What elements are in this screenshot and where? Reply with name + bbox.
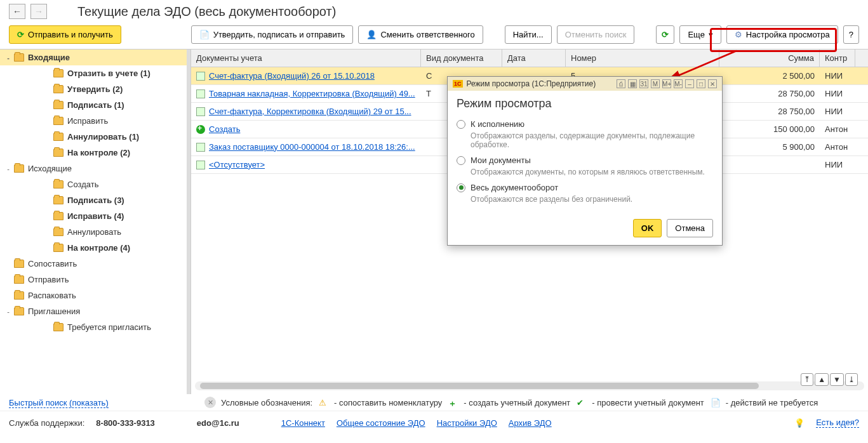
doc-link[interactable]: <Отсутствует>: [209, 160, 265, 169]
m-icon[interactable]: M: [651, 79, 660, 88]
doc-sign-icon: 📄: [199, 30, 210, 39]
calendar-icon[interactable]: 31: [639, 79, 648, 88]
col-counterparty[interactable]: Контр: [820, 50, 855, 67]
help-button[interactable]: ?: [843, 25, 859, 44]
cell: Антон: [820, 122, 855, 136]
cell: НИИ: [820, 69, 855, 83]
tree-item[interactable]: Подписать (1): [0, 97, 189, 113]
tree-item[interactable]: Исправить (4): [0, 208, 189, 224]
tree-panel[interactable]: -ВходящиеОтразить в учете (1)Утвердить (…: [0, 49, 190, 394]
tree-item[interactable]: -Входящие: [0, 50, 189, 65]
col-number[interactable]: Номер: [566, 50, 719, 67]
doc-link[interactable]: Товарная накладная, Корректировка (Входя…: [209, 89, 415, 98]
cell-doc: Создать: [191, 122, 421, 137]
link-1c-connect[interactable]: 1С-Коннект: [281, 418, 325, 428]
tree-label: Аннулировать: [67, 227, 185, 237]
nav-back[interactable]: ←: [9, 4, 25, 19]
link-edo-archive[interactable]: Архив ЭДО: [509, 418, 552, 428]
view-settings-button[interactable]: ⚙Настройка просмотра: [726, 25, 838, 44]
h-scrollbar[interactable]: [195, 381, 864, 390]
tree-item[interactable]: Исправить: [0, 113, 189, 129]
maximize-icon[interactable]: □: [697, 79, 705, 88]
approve-sign-send-button[interactable]: 📄Утвердить, подписать и отправить: [191, 25, 354, 44]
cancel-search-button[interactable]: Отменить поиск: [557, 25, 635, 44]
change-responsible-button[interactable]: 👤Сменить ответственного: [358, 25, 483, 44]
doc-link[interactable]: Заказ поставщику 0000-000004 от 18.10.20…: [209, 142, 415, 152]
nav-fwd[interactable]: →: [30, 4, 47, 19]
opt2-label: Мои документы: [471, 155, 531, 165]
option-to-execute[interactable]: К исполнению: [457, 117, 713, 131]
folder-icon: [53, 196, 63, 204]
quick-search-link[interactable]: Быстрый поиск (показать): [9, 398, 109, 408]
col-doc-type[interactable]: Вид документа: [421, 50, 502, 67]
doc-link[interactable]: Счет-фактура, Корректировка (Входящий) 2…: [209, 107, 411, 116]
option-all-docs[interactable]: Весь документооборот: [457, 180, 713, 195]
col-date[interactable]: Дата: [502, 50, 566, 67]
tree-item[interactable]: Распаковать: [0, 288, 189, 303]
cell: 150 000,00: [719, 122, 820, 136]
tree-item[interactable]: Отправить: [0, 272, 189, 288]
find-button[interactable]: Найти...: [505, 25, 552, 44]
person-icon: 👤: [366, 30, 377, 39]
print-icon[interactable]: ⎙: [617, 79, 625, 88]
idea-link[interactable]: Есть идея?: [816, 418, 859, 428]
tree-label: Приглашения: [28, 307, 185, 316]
tree-item[interactable]: На контроле (4): [0, 240, 189, 256]
tree-item[interactable]: Создать: [0, 176, 189, 192]
idea-icon: 💡: [794, 418, 805, 428]
tree-item[interactable]: Сопоставить: [0, 256, 189, 272]
support-phone: 8-800-333-9313: [96, 418, 155, 428]
dialog-window-title: Режим просмотра (1С:Предприятие): [467, 79, 596, 88]
doc-link[interactable]: Счет-фактура (Входящий) 26 от 15.10.2018: [209, 71, 375, 81]
tree-item[interactable]: Аннулировать: [0, 224, 189, 240]
col-sum[interactable]: Сумма: [719, 50, 820, 67]
tree-toggle-icon[interactable]: -: [4, 54, 13, 62]
folder-icon: [14, 53, 24, 62]
cell-doc: <Отсутствует>: [191, 157, 421, 173]
refresh-button[interactable]: ⟳: [656, 25, 674, 44]
m-minus-icon[interactable]: M-: [674, 79, 683, 88]
option-my-docs[interactable]: Мои документы: [457, 153, 713, 168]
refresh-icon: ⟳: [17, 30, 24, 39]
folder-icon: [53, 117, 63, 125]
tree-item[interactable]: Утвердить (2): [0, 81, 189, 97]
folder-icon: [53, 85, 63, 93]
ok-button[interactable]: OK: [633, 219, 662, 237]
tree-item[interactable]: Отразить в учете (1): [0, 65, 189, 81]
tree-item[interactable]: Аннулировать (1): [0, 129, 189, 145]
m-plus-icon[interactable]: M+: [662, 79, 671, 88]
more-button[interactable]: Еще ▾: [679, 25, 721, 44]
tree-item[interactable]: -Приглашения: [0, 303, 189, 319]
link-edo-settings[interactable]: Настройки ЭДО: [437, 418, 497, 428]
folder-icon: [53, 69, 63, 77]
clear-icon[interactable]: ✕: [204, 397, 216, 408]
grid-nav-last[interactable]: ⤓: [845, 373, 858, 386]
link-edo-status[interactable]: Общее состояние ЭДО: [337, 418, 425, 428]
folder-icon: [14, 164, 24, 173]
cell-doc: Заказ поставщику 0000-000004 от 18.10.20…: [191, 140, 421, 155]
cancel-button[interactable]: Отмена: [667, 219, 713, 237]
tree-label: Утвердить (2): [67, 84, 185, 94]
scroll-thumb[interactable]: [200, 383, 759, 389]
tree-item[interactable]: -Исходящие: [0, 161, 189, 176]
grid-nav-down[interactable]: ▼: [830, 373, 844, 386]
cell: 5 900,00: [719, 140, 820, 154]
radio-icon: [457, 120, 465, 129]
grid-nav-first[interactable]: ⤒: [801, 373, 813, 386]
tree-label: Создать: [67, 180, 185, 189]
send-receive-button[interactable]: ⟳Отправить и получить: [9, 25, 121, 44]
doc-link[interactable]: Создать: [209, 124, 240, 134]
minimize-icon[interactable]: –: [685, 79, 694, 88]
document-icon: [196, 161, 205, 169]
tree-item[interactable]: Требуется пригласить: [0, 319, 189, 335]
tree-label: Исходящие: [28, 164, 185, 173]
close-icon[interactable]: ✕: [708, 79, 717, 88]
tree-toggle-icon[interactable]: -: [4, 308, 13, 315]
tree-toggle-icon[interactable]: -: [4, 165, 13, 173]
tree-item[interactable]: На контроле (2): [0, 145, 189, 161]
tree-item[interactable]: Подписать (3): [0, 192, 189, 208]
dialog-title-bar[interactable]: 1C Режим просмотра (1С:Предприятие) ⎙ ▦ …: [448, 77, 722, 91]
grid-nav-up[interactable]: ▲: [815, 373, 829, 386]
grid-icon[interactable]: ▦: [628, 79, 637, 88]
col-documents[interactable]: Документы учета: [191, 50, 421, 67]
